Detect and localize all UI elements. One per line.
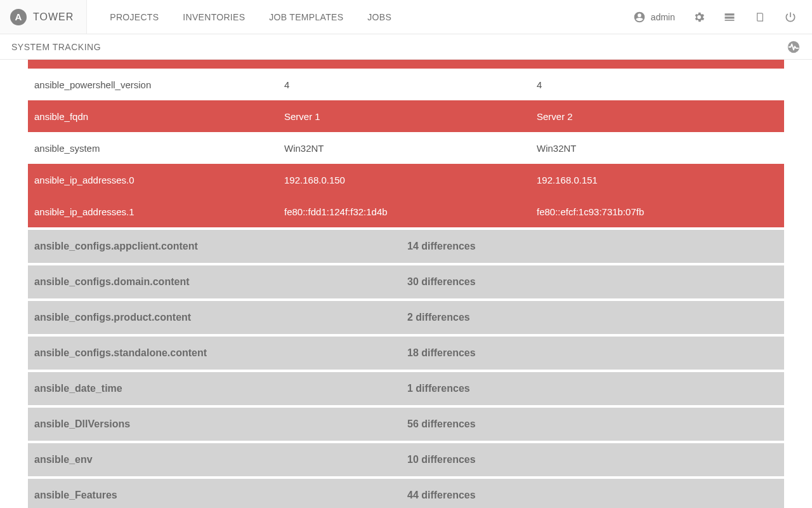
- content: ansible_powershell_version 4 4 ansible_f…: [0, 60, 812, 508]
- summary-row[interactable]: ansible_configs.appclient.content 14 dif…: [28, 227, 784, 263]
- summary-row[interactable]: ansible_configs.standalone.content 18 di…: [28, 334, 784, 370]
- summary-key: ansible_configs.standalone.content: [34, 347, 407, 359]
- fact-key: ansible_ip_addresses.0: [34, 175, 284, 185]
- primary-nav: PROJECTS INVENTORIES JOB TEMPLATES JOBS: [87, 0, 391, 34]
- tracking-panel: ansible_powershell_version 4 4 ansible_f…: [28, 60, 784, 508]
- docs-icon[interactable]: [754, 11, 766, 23]
- summary-key: ansible_DllVersions: [34, 418, 407, 430]
- summary-diffs: 14 differences: [407, 241, 778, 252]
- comparison-row: ansible_ip_addresses.0 192.168.0.150 192…: [28, 164, 784, 196]
- user-icon: [633, 11, 646, 23]
- page-title: SYSTEM TRACKING: [11, 42, 101, 52]
- summary-row[interactable]: ansible_configs.domain.content 30 differ…: [28, 263, 784, 298]
- summary-row[interactable]: ansible_date_time 1 differences: [28, 370, 784, 405]
- fact-value-2: fe80::efcf:1c93:731b:07fb: [537, 206, 778, 217]
- summary-row[interactable]: ansible_env 10 differences: [28, 441, 784, 476]
- summary-key: ansible_Features: [34, 490, 407, 501]
- fact-key: ansible_ip_addresses.1: [34, 206, 284, 217]
- comparison-row: [28, 60, 784, 69]
- gear-icon[interactable]: [693, 11, 705, 23]
- fact-value-2: Win32NT: [537, 143, 778, 154]
- summary-diffs: 44 differences: [407, 490, 778, 501]
- fact-value-1: Win32NT: [284, 143, 537, 154]
- activity-icon[interactable]: [787, 40, 801, 54]
- summary-diffs: 56 differences: [407, 418, 778, 430]
- summary-diffs: 10 differences: [407, 454, 778, 465]
- summary-diffs: 1 differences: [407, 383, 778, 394]
- nav-projects[interactable]: PROJECTS: [110, 12, 159, 22]
- fact-value-2: 192.168.0.151: [537, 175, 778, 185]
- brand[interactable]: A TOWER: [0, 0, 87, 34]
- summary-row[interactable]: ansible_Features 44 differences: [28, 476, 784, 508]
- comparison-row: ansible_ip_addresses.1 fe80::fdd1:124f:f…: [28, 196, 784, 227]
- summary-diffs: 18 differences: [407, 347, 778, 359]
- svg-rect-1: [725, 17, 735, 18]
- summary-diffs: 30 differences: [407, 276, 778, 288]
- summary-key: ansible_date_time: [34, 383, 407, 394]
- nav-inventories[interactable]: INVENTORIES: [183, 12, 245, 22]
- comparison-row: ansible_powershell_version 4 4: [28, 69, 784, 100]
- nav-jobs[interactable]: JOBS: [367, 12, 391, 22]
- fact-key: ansible_powershell_version: [34, 79, 284, 90]
- current-user[interactable]: admin: [633, 11, 675, 23]
- comparison-row: ansible_system Win32NT Win32NT: [28, 132, 784, 164]
- summary-row[interactable]: ansible_configs.product.content 2 differ…: [28, 298, 784, 334]
- summary-key: ansible_configs.appclient.content: [34, 241, 407, 252]
- fact-value-1: Server 1: [284, 111, 537, 122]
- brand-name: TOWER: [33, 11, 74, 23]
- svg-rect-0: [725, 13, 735, 15]
- portal-icon[interactable]: [723, 11, 736, 23]
- user-label: admin: [651, 12, 675, 22]
- top-nav: A TOWER PROJECTS INVENTORIES JOB TEMPLAT…: [0, 0, 812, 34]
- fact-value-2: 4: [537, 79, 778, 90]
- nav-right: admin: [633, 0, 812, 34]
- brand-mark: A: [10, 9, 27, 25]
- fact-value-2: Server 2: [537, 111, 778, 122]
- fact-key: ansible_system: [34, 143, 284, 154]
- summary-key: ansible_configs.domain.content: [34, 276, 407, 288]
- nav-job-templates[interactable]: JOB TEMPLATES: [269, 12, 343, 22]
- svg-rect-2: [725, 20, 735, 21]
- summary-key: ansible_env: [34, 454, 407, 465]
- summary-diffs: 2 differences: [407, 312, 778, 323]
- summary-key: ansible_configs.product.content: [34, 312, 407, 323]
- fact-value-1: 4: [284, 79, 537, 90]
- summary-row[interactable]: ansible_DllVersions 56 differences: [28, 405, 784, 441]
- fact-value-1: fe80::fdd1:124f:f32:1d4b: [284, 206, 537, 217]
- power-icon[interactable]: [784, 11, 797, 23]
- fact-key: ansible_fqdn: [34, 111, 284, 122]
- sub-header: SYSTEM TRACKING: [0, 34, 812, 60]
- comparison-row: ansible_fqdn Server 1 Server 2: [28, 100, 784, 132]
- fact-value-1: 192.168.0.150: [284, 175, 537, 185]
